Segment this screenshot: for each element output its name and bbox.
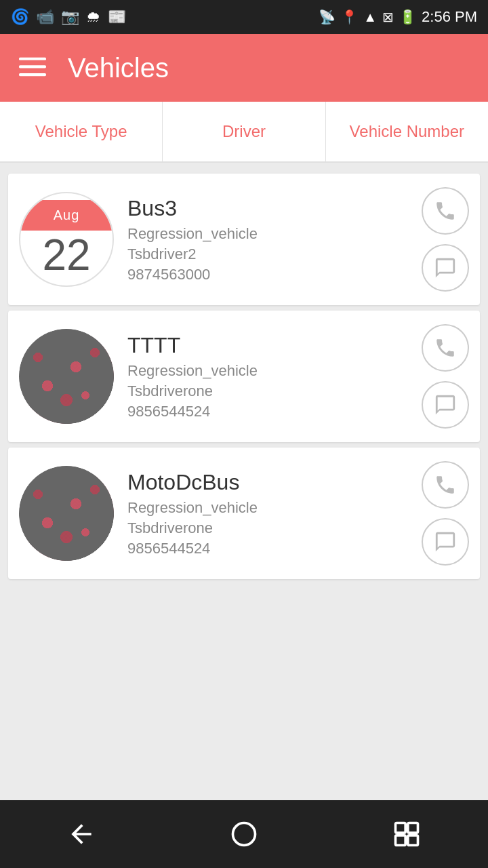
- vehicle-actions-2: [422, 324, 469, 429]
- network-icon: 🌀: [11, 8, 29, 26]
- vehicle-phone-3: 9856544524: [127, 540, 408, 557]
- vehicle-card-1: Aug 22 Bus3 Regression_vehicle Tsbdriver…: [8, 174, 480, 305]
- page-title: Vehicles: [68, 53, 169, 83]
- col-vehicle-type: Vehicle Type: [0, 102, 163, 161]
- photo-icon: 📷: [61, 8, 79, 26]
- vehicle-phone-2: 9856544524: [127, 403, 408, 420]
- column-headers: Vehicle Type Driver Vehicle Number: [0, 102, 488, 163]
- calendar-month: Aug: [20, 200, 113, 231]
- vehicle-avatar-3: [19, 466, 114, 561]
- location-icon: 📍: [341, 9, 358, 25]
- vehicle-label-3: Regression_vehicle: [127, 499, 408, 517]
- weather-icon: 🌧: [86, 8, 101, 26]
- home-button[interactable]: [224, 814, 264, 854]
- vehicle-list: Aug 22 Bus3 Regression_vehicle Tsbdriver…: [0, 163, 488, 800]
- recent-apps-button[interactable]: [386, 814, 427, 854]
- svg-rect-7: [408, 835, 418, 846]
- svg-point-3: [233, 823, 256, 846]
- vehicle-driver-1: Tsbdriver2: [127, 245, 408, 263]
- vehicle-card-2: TTTT Regression_vehicle Tsbdriverone 985…: [8, 311, 480, 442]
- vehicle-actions-1: [422, 187, 469, 292]
- call-button-1[interactable]: [422, 187, 469, 235]
- wifi-icon: ▲: [363, 9, 377, 25]
- menu-button[interactable]: [19, 53, 46, 83]
- back-button[interactable]: [61, 814, 102, 854]
- vehicle-driver-3: Tsbdriverone: [127, 519, 408, 537]
- svg-rect-5: [396, 835, 406, 846]
- status-time: 2:56 PM: [422, 8, 477, 26]
- vehicle-actions-3: [422, 461, 469, 566]
- cast-icon: 📡: [319, 9, 336, 25]
- svg-rect-6: [408, 823, 418, 833]
- call-button-2[interactable]: [422, 324, 469, 372]
- calendar-day: 22: [42, 231, 90, 279]
- video-icon: 📹: [36, 8, 54, 26]
- vehicle-phone-1: 9874563000: [127, 266, 408, 283]
- vehicle-avatar-1: Aug 22: [19, 192, 114, 287]
- status-left-icons: 🌀 📹 📷 🌧 📰: [11, 8, 126, 26]
- vehicle-label-1: Regression_vehicle: [127, 225, 408, 243]
- vehicle-name-1: Bus3: [127, 196, 408, 221]
- call-button-3[interactable]: [422, 461, 469, 509]
- vehicle-info-3: MotoDcBus Regression_vehicle Tsbdriveron…: [127, 470, 408, 557]
- battery-icon: 🔋: [399, 9, 416, 25]
- vehicle-info-1: Bus3 Regression_vehicle Tsbdriver2 98745…: [127, 196, 408, 283]
- vehicle-label-2: Regression_vehicle: [127, 362, 408, 380]
- app-bar: Vehicles: [0, 34, 488, 102]
- message-button-2[interactable]: [422, 381, 469, 429]
- vehicle-driver-2: Tsbdriverone: [127, 382, 408, 400]
- message-button-3[interactable]: [422, 518, 469, 566]
- svg-rect-1: [19, 65, 46, 68]
- message-button-1[interactable]: [422, 244, 469, 292]
- vehicle-avatar-2: [19, 329, 114, 424]
- notification-icon: 📰: [108, 8, 126, 26]
- svg-rect-0: [19, 57, 46, 60]
- col-driver: Driver: [163, 102, 325, 161]
- bottom-nav: [0, 800, 488, 868]
- vehicle-info-2: TTTT Regression_vehicle Tsbdriverone 985…: [127, 333, 408, 420]
- status-bar: 🌀 📹 📷 🌧 📰 📡 📍 ▲ ⊠ 🔋 2:56 PM: [0, 0, 488, 34]
- vehicle-name-2: TTTT: [127, 333, 408, 358]
- status-right-icons: 📡 📍 ▲ ⊠ 🔋 2:56 PM: [319, 8, 477, 26]
- sim-icon: ⊠: [382, 9, 394, 25]
- col-vehicle-number: Vehicle Number: [326, 102, 488, 161]
- vehicle-name-3: MotoDcBus: [127, 470, 408, 495]
- svg-rect-4: [396, 823, 406, 833]
- svg-rect-2: [19, 73, 46, 76]
- vehicle-card-3: MotoDcBus Regression_vehicle Tsbdriveron…: [8, 448, 480, 579]
